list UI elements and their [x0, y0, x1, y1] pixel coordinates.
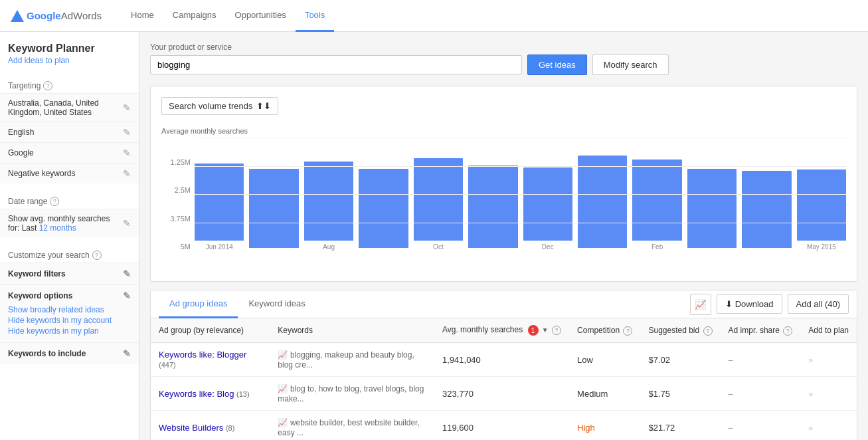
show-broadly-related-link[interactable]: Show broadly related ideas [8, 305, 131, 314]
bar-group-6: Dec [523, 138, 572, 251]
main-nav: Home Campaigns Opportunities Tools [122, 0, 334, 32]
keywords-text-1: blog to, how to blog, travel blogs, blog… [278, 384, 424, 403]
keywords-text-2: website builder, best website builder, e… [278, 418, 419, 437]
modify-search-button[interactable]: Modify search [592, 55, 669, 75]
keywords-to-include-header[interactable]: Keywords to include ✎ [8, 348, 131, 359]
chart-area: Average monthly searches 5M 3.75M 2.5M [161, 122, 846, 271]
keyword-filters-header[interactable]: Keyword filters ✎ [8, 269, 131, 279]
keyword-filters-edit-icon[interactable]: ✎ [123, 269, 131, 279]
bar-2 [304, 162, 353, 241]
competition-val-2: High [577, 423, 595, 433]
nav-tools[interactable]: Tools [296, 0, 334, 32]
sidebar-network-item[interactable]: Google ✎ [0, 142, 139, 163]
keyword-options-header[interactable]: Keyword options ✎ [8, 290, 131, 301]
suggested-bid-val-1: $1.75 [648, 389, 670, 399]
cell-add-to-plan-2[interactable]: » [800, 411, 857, 441]
logo-adwords: AdWords [61, 10, 102, 21]
y-label-375m: 3.75M [161, 215, 195, 223]
bar-label-6: Dec [542, 243, 554, 251]
suggested-bid-help-icon[interactable]: ? [703, 326, 713, 336]
add-to-plan-icon-2[interactable]: » [808, 423, 813, 433]
date-range-section: Date range ? Show avg. monthly searches … [0, 191, 139, 237]
bar-group-3 [359, 138, 408, 251]
sort-badge: 1 [528, 325, 539, 336]
competition-val-0: Low [577, 355, 593, 365]
tab-keyword-ideas[interactable]: Keyword ideas [238, 290, 315, 318]
sidebar-language-item[interactable]: English ✎ [0, 122, 139, 142]
sidebar-subtitle: Add ideas to plan [0, 56, 139, 65]
bar-label-0: Jun 2014 [206, 243, 233, 251]
date-range-edit-icon[interactable]: ✎ [123, 218, 131, 229]
chart-dropdown[interactable]: Search volume trends ⬆⬇ [161, 97, 278, 115]
cell-suggested-bid-0: $7.02 [640, 343, 720, 377]
product-search-input[interactable] [150, 55, 522, 74]
language-edit-icon[interactable]: ✎ [123, 127, 131, 138]
cell-ad-impr-share-1: – [721, 377, 801, 411]
ad-impr-share-help-icon[interactable]: ? [783, 326, 792, 336]
avg-monthly-help-icon[interactable]: ? [552, 326, 561, 335]
keyword-count-1: (13) [236, 390, 250, 398]
sidebar-location-item[interactable]: Australia, Canada, United Kingdom, Unite… [0, 93, 139, 122]
targeting-help-icon[interactable]: ? [43, 81, 52, 90]
sidebar-date-range-item[interactable]: Show avg. monthly searches for: Last 12 … [0, 209, 139, 237]
add-to-plan-icon-0[interactable]: » [808, 356, 813, 365]
nav-campaigns[interactable]: Campaigns [163, 0, 226, 32]
table-row: Keywords like: Blog (13) 📈 blog to, how … [151, 377, 857, 411]
results-table: Ad group (by relevance) Keywords Avg. mo… [151, 318, 857, 440]
trend-icon-0[interactable]: 📈 [278, 350, 288, 360]
cell-ad-impr-share-2: – [721, 411, 801, 441]
get-ideas-button[interactable]: Get ideas [527, 55, 587, 75]
negative-keywords-edit-icon[interactable]: ✎ [123, 168, 131, 179]
trend-icon-1[interactable]: 📈 [278, 384, 288, 393]
competition-help-icon[interactable]: ? [623, 326, 632, 336]
cell-add-to-plan-1[interactable]: » [800, 377, 857, 411]
date-range-help-icon[interactable]: ? [50, 197, 59, 206]
ad-group-link-1[interactable]: Keywords like: Blog [159, 389, 234, 399]
cell-add-to-plan-0[interactable]: » [800, 343, 857, 377]
bar-4 [414, 158, 463, 241]
add-to-plan-icon-1[interactable]: » [808, 389, 813, 399]
add-all-label: Add all (40) [796, 299, 840, 309]
table-body: Keywords like: Blogger (447) 📈 blogging,… [151, 343, 857, 441]
cell-ad-group-2: Website Builders (8) [151, 411, 270, 441]
language-text: English [8, 128, 123, 137]
network-text: Google [8, 148, 123, 158]
sidebar-title: Keyword Planner [0, 43, 139, 55]
date-range-label: Date range ? [0, 191, 139, 209]
cell-keywords-0: 📈 blogging, makeup and beauty blog, blog… [270, 343, 434, 377]
bar-label-8: Feb [651, 243, 663, 251]
cell-ad-group-0: Keywords like: Blogger (447) [151, 343, 270, 377]
keyword-options-edit-icon[interactable]: ✎ [123, 290, 131, 301]
avg-monthly-val-1: 323,770 [442, 389, 474, 399]
ad-group-link-0[interactable]: Keywords like: Blogger [159, 350, 246, 360]
add-all-button[interactable]: Add all (40) [788, 294, 849, 314]
network-edit-icon[interactable]: ✎ [123, 148, 131, 158]
th-avg-monthly[interactable]: Avg. monthly searches 1 ▼ ? [434, 318, 569, 343]
chart-view-icon-btn[interactable]: 📈 [690, 294, 711, 315]
tabs-section: Ad group ideas Keyword ideas 📈 ⬇ Downloa… [150, 290, 857, 440]
tab-ad-group-ideas[interactable]: Ad group ideas [159, 290, 238, 318]
customize-help-icon[interactable]: ? [92, 251, 102, 260]
hide-keywords-account-link[interactable]: Hide keywords in my account [8, 316, 131, 325]
avg-monthly-val-2: 119,600 [442, 423, 474, 433]
hide-keywords-plan-link[interactable]: Hide keywords in my plan [8, 326, 131, 336]
nav-opportunities[interactable]: Opportunities [226, 0, 296, 32]
avg-monthly-val-0: 1,941,040 [442, 355, 481, 365]
bar-group-10 [742, 138, 791, 251]
location-text: Australia, Canada, United Kingdom, Unite… [8, 98, 123, 117]
bar-label-2: Aug [323, 243, 335, 251]
ad-group-link-2[interactable]: Website Builders [159, 423, 223, 433]
download-label: Download [735, 299, 774, 309]
search-label: Your product or service [150, 43, 857, 52]
nav-home[interactable]: Home [122, 0, 163, 32]
trend-icon-2[interactable]: 📈 [278, 418, 288, 427]
location-edit-icon[interactable]: ✎ [123, 102, 131, 113]
keywords-to-include-edit-icon[interactable]: ✎ [123, 348, 131, 359]
sidebar-negative-keywords-item[interactable]: Negative keywords ✎ [0, 163, 139, 183]
targeting-label: Targeting ? [0, 76, 139, 93]
download-button[interactable]: ⬇ Download [717, 294, 782, 314]
bars-wrapper: Jun 2014AugOctDecFebMay 2015 [195, 138, 846, 251]
customize-label: Customize your search ? [0, 245, 139, 263]
y-label-5m: 5M [161, 243, 195, 251]
sort-arrow: ▼ [542, 326, 549, 334]
